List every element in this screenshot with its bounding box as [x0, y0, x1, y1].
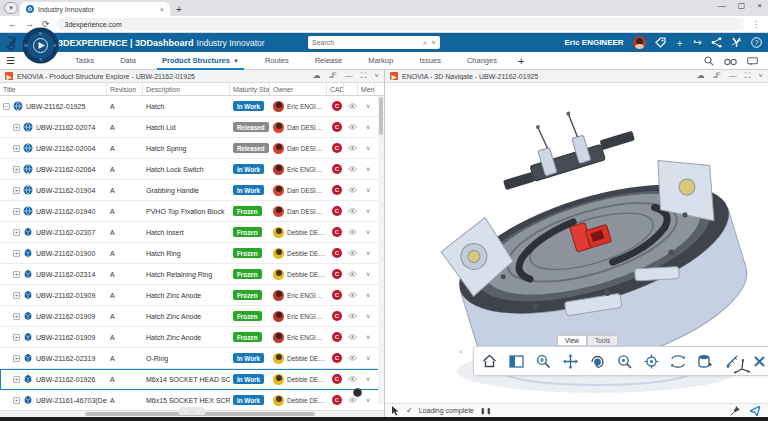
row-menu-chevron-icon[interactable]: ˅: [366, 334, 370, 341]
hamburger-menu-icon[interactable]: ☰: [6, 55, 18, 66]
row-menu-chevron-icon[interactable]: ˅: [366, 250, 370, 257]
share-arrow-icon[interactable]: ↪: [694, 38, 702, 48]
comment-icon[interactable]: [747, 52, 758, 70]
visibility-eye-icon[interactable]: [348, 334, 357, 341]
cad-file-icon[interactable]: C: [332, 185, 342, 195]
visibility-eye-icon[interactable]: [348, 124, 357, 131]
expand-icon[interactable]: ⛶: [745, 72, 751, 80]
cad-file-icon[interactable]: C: [332, 332, 342, 342]
row-menu-chevron-icon[interactable]: ˅: [366, 271, 370, 278]
browser-menu-icon[interactable]: ⋮: [752, 20, 760, 29]
table-row[interactable]: +UBW-21162-01909AHatch Zinc AnodeFrozenE…: [0, 327, 384, 348]
row-menu-chevron-icon[interactable]: ˅: [366, 355, 370, 362]
back-icon[interactable]: ←: [8, 19, 17, 29]
rotate-icon[interactable]: [589, 353, 605, 369]
home-icon[interactable]: [481, 353, 497, 369]
attach-icon[interactable]: 🖇: [713, 72, 721, 80]
window-maximize-button[interactable]: ▢: [738, 1, 746, 10]
pin-icon[interactable]: [731, 406, 740, 415]
row-menu-chevron-icon[interactable]: ˅: [366, 166, 370, 173]
expand-node-icon[interactable]: +: [13, 166, 20, 173]
cad-file-icon[interactable]: C: [332, 206, 342, 216]
column-description[interactable]: Description: [143, 83, 230, 95]
expand-node-icon[interactable]: +: [13, 124, 20, 131]
table-row[interactable]: +UBW-21162-02004AHatch SpringReleasedDan…: [0, 138, 384, 159]
visibility-eye-icon[interactable]: [348, 355, 357, 362]
cad-file-icon[interactable]: C: [332, 227, 342, 237]
cad-file-icon[interactable]: C: [332, 164, 342, 174]
row-menu-chevron-icon[interactable]: ˅: [366, 313, 370, 320]
minimize-icon[interactable]: —: [729, 72, 737, 80]
expand-node-icon[interactable]: +: [13, 250, 20, 257]
browser-tab[interactable]: Industry Innovator ×: [20, 2, 170, 16]
row-menu-chevron-icon[interactable]: ˅: [366, 208, 370, 215]
cad-file-icon[interactable]: C: [332, 248, 342, 258]
tab-product-structures[interactable]: Product Structures▼: [149, 52, 252, 70]
expand-node-icon[interactable]: +: [13, 376, 20, 383]
add-icon[interactable]: ＋: [675, 38, 685, 48]
viewer-tab-tools[interactable]: Tools: [587, 335, 618, 345]
expand-node-icon[interactable]: +: [13, 187, 20, 194]
anchor-badge[interactable]: [353, 388, 362, 397]
expand-node-icon[interactable]: +: [13, 208, 20, 215]
help-icon[interactable]: ?: [751, 37, 762, 48]
turntable-icon[interactable]: [670, 353, 686, 369]
compass-icon[interactable]: N S W E: [22, 27, 59, 64]
visibility-eye-icon[interactable]: [348, 313, 357, 320]
visibility-eye-icon[interactable]: [348, 187, 357, 194]
select-cursor-icon[interactable]: [391, 406, 400, 416]
visibility-eye-icon[interactable]: [348, 166, 357, 173]
tab-list-caret[interactable]: ▾: [4, 2, 18, 14]
cad-file-icon[interactable]: C: [332, 290, 342, 300]
pause-icon[interactable]: ❚❚: [480, 407, 492, 414]
visibility-eye-icon[interactable]: [348, 229, 357, 236]
table-row[interactable]: +UBW-21162-01909AHatch Zinc AnodeFrozenE…: [0, 285, 384, 306]
share-network-icon[interactable]: [711, 37, 722, 48]
expand-node-icon[interactable]: +: [13, 355, 20, 362]
visibility-eye-icon[interactable]: [348, 250, 357, 257]
column-menu[interactable]: Menu: [358, 83, 375, 95]
table-row[interactable]: −UBW-21162-01925AHatchIn WorkEric ENGINE…: [0, 96, 384, 117]
split-view-icon[interactable]: [508, 353, 524, 369]
tab-changes[interactable]: Changes: [454, 52, 510, 70]
tab-markup[interactable]: Markup: [355, 52, 406, 70]
cad-file-icon[interactable]: C: [332, 311, 342, 321]
send-icon[interactable]: [750, 406, 760, 416]
close-tab-icon[interactable]: ×: [160, 6, 164, 13]
column-cad[interactable]: CAD ...: [327, 83, 344, 95]
window-minimize-button[interactable]: —: [718, 1, 726, 10]
search-caret-icon[interactable]: ˅: [431, 38, 436, 47]
collapse-node-icon[interactable]: −: [3, 103, 10, 110]
table-row[interactable]: +UBW-21162-02319AO-RingIn WorkDebbie DES…: [0, 348, 384, 369]
cad-file-icon[interactable]: C: [332, 395, 342, 405]
glasses-icon[interactable]: [724, 52, 737, 70]
expand-node-icon[interactable]: +: [13, 229, 20, 236]
table-row[interactable]: +UBW-21162-01940APVHO Top Fixation Block…: [0, 201, 384, 222]
expand-node-icon[interactable]: +: [13, 292, 20, 299]
3d-viewport[interactable]: ViewTools ˅: [385, 83, 768, 403]
pan-icon[interactable]: [562, 353, 578, 369]
column-owner[interactable]: Owner: [270, 83, 327, 95]
row-menu-chevron-icon[interactable]: ˅: [366, 397, 370, 404]
visibility-eye-icon[interactable]: [348, 208, 357, 215]
column-revision[interactable]: Revision: [107, 83, 143, 95]
search-icon[interactable]: ⌕: [423, 38, 427, 48]
user-name[interactable]: Eric ENGINEER: [564, 38, 623, 47]
tab-issues[interactable]: Issues: [406, 52, 454, 70]
horizontal-scrollbar[interactable]: ︿: [0, 410, 384, 417]
visibility-eye-icon[interactable]: [348, 397, 357, 404]
table-row[interactable]: +UBW-21162-01926AM6x14 SOCKET HEAD SCREW…: [0, 369, 384, 390]
minimize-icon[interactable]: —: [345, 72, 353, 80]
table-row[interactable]: +UBW-21162-02064AHatch Lock SwitchIn Wor…: [0, 159, 384, 180]
cad-file-icon[interactable]: C: [332, 353, 342, 363]
cad-file-icon[interactable]: C: [332, 269, 342, 279]
toolbar-collapse-icon[interactable]: ˅: [459, 349, 463, 355]
search-bar[interactable]: ⌕ ˅: [308, 36, 440, 49]
viewer-tab-view[interactable]: View: [557, 335, 587, 345]
row-menu-chevron-icon[interactable]: ˅: [366, 103, 370, 110]
cad-file-icon[interactable]: C: [332, 143, 342, 153]
expand-icon[interactable]: ⛶: [361, 72, 367, 80]
row-menu-chevron-icon[interactable]: ˅: [366, 229, 370, 236]
search-input[interactable]: [312, 39, 419, 46]
swym-icon[interactable]: [731, 37, 742, 48]
